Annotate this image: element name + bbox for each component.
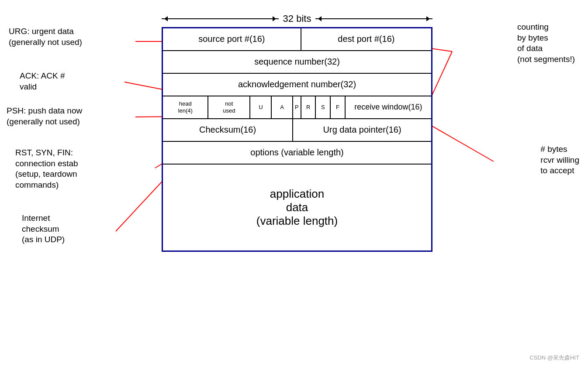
bits-arrow-left xyxy=(162,18,279,19)
watermark: CSDN @呆先森HIT xyxy=(529,354,579,362)
options-row: options (variable length) xyxy=(163,141,432,164)
source-port-cell: source port #(16) xyxy=(163,28,301,51)
flags-row: headlen(4) notused U A P R S F receive w… xyxy=(163,96,432,119)
psh-annotation: PSH: push data now(generally not used) xyxy=(7,106,82,127)
source-dest-row: source port #(16) dest port #(16) xyxy=(163,28,432,51)
checksum-row: Checksum(16) Urg data pointer(16) xyxy=(163,119,432,141)
checksum-cell: Checksum(16) xyxy=(163,119,293,141)
psh-flag-cell: P xyxy=(293,96,301,119)
not-used-cell: notused xyxy=(208,96,250,119)
bits-label: 32 bits xyxy=(162,13,432,24)
rst-syn-fin-annotation: RST, SYN, FIN:connection estab(setup, te… xyxy=(15,147,78,191)
app-data-cell: applicationdata(variable length) xyxy=(163,164,432,251)
rcv-window-cell: receive window(16) xyxy=(345,96,432,119)
checksum-annotation: Internetchecksum(as in UDP) xyxy=(22,213,65,245)
ack-flag-cell: A xyxy=(271,96,293,119)
diagram-area: 32 bits source port #(16) dest port #(16… xyxy=(162,13,432,252)
main-container: 32 bits source port #(16) dest port #(16… xyxy=(0,0,588,367)
seq-cell: sequence number(32) xyxy=(163,51,432,73)
bits-text: 32 bits xyxy=(283,13,311,24)
head-len-cell: headlen(4) xyxy=(163,96,208,119)
urg-flag-cell: U xyxy=(250,96,271,119)
ack-annotation: ACK: ACK #valid xyxy=(20,71,65,92)
rst-flag-cell: R xyxy=(301,96,316,119)
app-data-row: applicationdata(variable length) xyxy=(163,164,432,251)
ack-row: acknowledgement number(32) xyxy=(163,73,432,96)
bytes-rcvr-annotation: # bytesrcvr willingto accept xyxy=(540,144,579,176)
syn-flag-cell: S xyxy=(315,96,330,119)
ack-cell: acknowledgement number(32) xyxy=(163,73,432,96)
urg-annotation: URG: urgent data(generally not used) xyxy=(9,26,82,48)
tcp-table: source port #(16) dest port #(16) sequen… xyxy=(162,27,432,252)
dest-port-cell: dest port #(16) xyxy=(301,28,432,51)
seq-row: sequence number(32) xyxy=(163,51,432,73)
bits-arrow-right xyxy=(315,18,432,19)
urg-ptr-cell: Urg data pointer(16) xyxy=(293,119,432,141)
options-cell: options (variable length) xyxy=(163,141,432,164)
fin-flag-cell: F xyxy=(330,96,345,119)
counting-annotation: countingby bytesof data(not segments!) xyxy=(517,22,575,65)
